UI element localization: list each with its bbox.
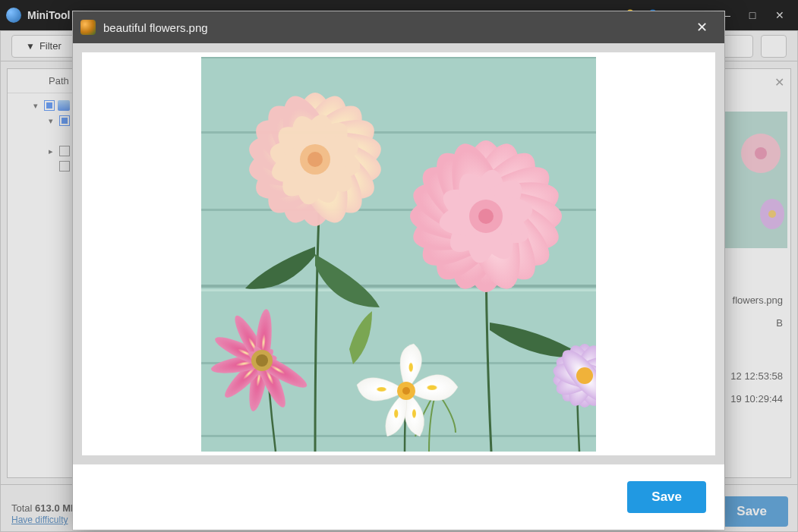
svg-rect-10 bbox=[201, 289, 596, 291]
meta-name: flowers.png bbox=[733, 289, 783, 312]
svg-point-56 bbox=[256, 354, 268, 367]
modal-title: beautiful flowers.png bbox=[103, 21, 686, 34]
svg-point-2 bbox=[755, 147, 767, 159]
tree-caret-icon[interactable]: ▸ bbox=[46, 146, 56, 156]
meta-date1: 12 12:53:58 bbox=[730, 365, 783, 388]
help-link[interactable]: Have difficulty bbox=[11, 515, 68, 525]
tree-checkbox[interactable] bbox=[59, 161, 70, 172]
app-icon bbox=[6, 8, 21, 23]
preview-image bbox=[201, 57, 596, 452]
svg-point-58 bbox=[402, 387, 410, 395]
tree-checkbox[interactable] bbox=[44, 100, 55, 111]
modal-save-button[interactable]: Save bbox=[627, 481, 706, 513]
svg-point-46 bbox=[478, 209, 494, 224]
app-title: MiniTool bbox=[27, 9, 71, 21]
svg-point-68 bbox=[576, 367, 593, 384]
total-size: Total 613.0 MB bbox=[11, 502, 77, 514]
tree-checkbox[interactable] bbox=[59, 146, 70, 156]
window-close-button[interactable]: ✕ bbox=[768, 5, 792, 26]
filter-button[interactable]: ▼ Filter bbox=[11, 35, 76, 58]
meta-date2: 19 10:29:44 bbox=[730, 388, 783, 411]
save-button-main[interactable]: Save bbox=[715, 496, 788, 527]
svg-point-29 bbox=[308, 152, 323, 167]
tree-checkbox[interactable] bbox=[59, 115, 70, 126]
svg-rect-6 bbox=[201, 57, 596, 58]
modal-titlebar: beautiful flowers.png ✕ bbox=[73, 11, 724, 43]
filter-button-label: Filter bbox=[39, 40, 62, 52]
tree-caret-icon[interactable]: ▾ bbox=[30, 101, 41, 111]
tree-caret-icon[interactable]: ▾ bbox=[46, 116, 56, 126]
filter-icon: ▼ bbox=[26, 41, 35, 52]
modal-close-button[interactable]: ✕ bbox=[686, 16, 717, 39]
modal-footer: Save bbox=[73, 464, 724, 530]
disk-icon bbox=[58, 100, 70, 111]
preview-image-frame bbox=[82, 52, 715, 455]
meta-size: B bbox=[776, 312, 783, 335]
preview-panel-close-icon[interactable]: ✕ bbox=[774, 75, 784, 90]
image-preview-modal: beautiful flowers.png ✕ bbox=[73, 11, 724, 530]
svg-rect-12 bbox=[201, 435, 596, 437]
modal-body bbox=[73, 43, 724, 464]
window-maximize-button[interactable]: □ bbox=[740, 5, 765, 26]
modal-file-icon bbox=[80, 20, 96, 35]
svg-point-4 bbox=[768, 210, 776, 218]
toolbar-extra-button[interactable] bbox=[761, 35, 787, 58]
